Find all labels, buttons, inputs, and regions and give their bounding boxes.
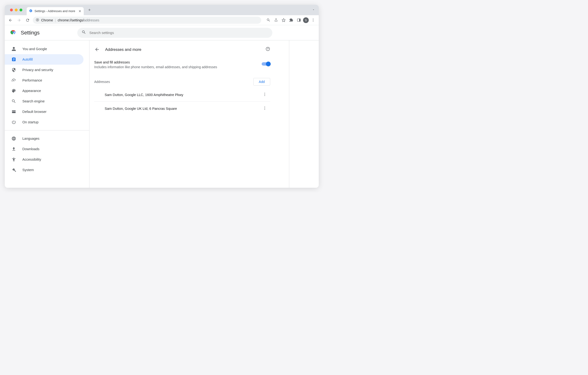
sidebar-item-default-browser[interactable]: Default browser [5, 106, 84, 117]
gear-icon [29, 9, 32, 13]
site-info-icon[interactable] [36, 18, 39, 22]
forward-button[interactable] [16, 17, 22, 23]
svg-point-16 [264, 109, 265, 110]
setting-title: Save and fill addresses [94, 60, 262, 64]
tab-strip: Settings - Addresses and more ✕ + [5, 5, 319, 15]
sidebar-item-autofill[interactable]: Autofill [5, 54, 84, 65]
browser-icon [11, 109, 16, 114]
sidebar-item-label: Accessibility [22, 158, 41, 161]
browser-tab[interactable]: Settings - Addresses and more ✕ [27, 7, 84, 15]
sidebar-item-search-engine[interactable]: Search engine [5, 96, 84, 106]
svg-point-12 [264, 94, 265, 95]
speedometer-icon [11, 78, 16, 83]
more-options-icon[interactable] [261, 92, 268, 97]
more-options-icon[interactable] [261, 106, 268, 111]
sidebar-item-languages[interactable]: Languages [5, 133, 84, 144]
browser-toolbar: Chrome | chrome://settings/addresses [5, 15, 319, 25]
sidebar-divider [5, 130, 89, 131]
new-tab-button[interactable]: + [86, 7, 93, 13]
chrome-logo-icon [10, 29, 16, 36]
palette-icon [11, 88, 16, 93]
close-window-button[interactable] [10, 9, 13, 11]
svg-point-10 [13, 32, 14, 33]
sidebar-item-system[interactable]: System [5, 165, 84, 175]
right-gutter [289, 41, 319, 188]
add-address-button[interactable]: Add [253, 78, 270, 86]
sidebar-item-label: Autofill [22, 58, 33, 61]
sidebar-item-label: On startup [22, 120, 39, 124]
settings-sidebar: You and Google Autofill Privacy and secu… [5, 41, 89, 188]
close-tab-icon[interactable]: ✕ [78, 9, 81, 13]
settings-main: Addresses and more Save and fill address… [89, 41, 289, 188]
svg-point-4 [313, 19, 314, 19]
page-heading-row: Addresses and more [89, 45, 275, 57]
sidebar-item-label: Performance [22, 78, 42, 82]
sidebar-item-label: Downloads [22, 147, 40, 151]
help-icon[interactable] [265, 47, 270, 52]
sidebar-item-label: Languages [22, 137, 40, 141]
sidebar-item-accessibility[interactable]: Accessibility [5, 154, 84, 165]
profile-avatar[interactable]: S [303, 17, 309, 23]
sidebar-item-privacy[interactable]: Privacy and security [5, 65, 84, 75]
settings-header: Settings [5, 25, 319, 41]
toolbar-actions: S [265, 17, 316, 23]
settings-search[interactable] [77, 28, 272, 38]
address-bar[interactable]: Chrome | chrome://settings/addresses [33, 17, 261, 24]
share-icon[interactable] [273, 17, 279, 23]
svg-rect-3 [299, 19, 300, 21]
person-icon [11, 47, 16, 51]
svg-point-6 [313, 21, 314, 22]
sidebar-item-performance[interactable]: Performance [5, 75, 84, 86]
save-fill-toggle[interactable] [262, 62, 270, 66]
back-arrow-icon[interactable] [94, 47, 100, 52]
bookmark-icon[interactable] [280, 17, 287, 23]
browser-menu-icon[interactable] [310, 17, 316, 23]
sidepanel-icon[interactable] [295, 17, 302, 23]
svg-point-5 [313, 20, 314, 20]
address-text: Sam Dutton, Google UK Ltd, 6 Pancras Squ… [105, 107, 261, 111]
app-title: Settings [21, 30, 40, 36]
sidebar-item-you-and-google[interactable]: You and Google [5, 44, 84, 54]
wrench-icon [11, 168, 16, 172]
back-button[interactable] [7, 17, 14, 23]
settings-search-input[interactable] [89, 31, 268, 35]
sidebar-item-label: Privacy and security [22, 68, 53, 72]
svg-point-13 [264, 95, 265, 96]
extensions-icon[interactable] [288, 17, 294, 23]
page-title: Addresses and more [105, 47, 260, 52]
sidebar-item-downloads[interactable]: Downloads [5, 144, 84, 154]
accessibility-icon [11, 157, 16, 162]
sidebar-item-label: Default browser [22, 110, 47, 114]
tab-title: Settings - Addresses and more [34, 10, 75, 13]
search-icon [82, 30, 86, 35]
minimize-window-button[interactable] [15, 9, 18, 11]
shield-icon [11, 68, 16, 72]
sidebar-item-on-startup[interactable]: On startup [5, 117, 84, 127]
url-text: chrome://settings/addresses [58, 18, 99, 22]
window-controls [8, 9, 25, 11]
svg-point-14 [264, 106, 265, 107]
addresses-section-header: Addresses Add [89, 72, 275, 87]
svg-point-11 [264, 93, 265, 93]
url-label: Chrome [41, 18, 53, 22]
address-text: Sam Dutton, Google LLC, 1600 Amphitheatr… [105, 93, 261, 97]
save-fill-addresses-row: Save and fill addresses Includes informa… [89, 57, 275, 72]
reload-button[interactable] [24, 17, 31, 23]
tabs-dropdown-icon[interactable] [312, 8, 315, 12]
address-list: Sam Dutton, Google LLC, 1600 Amphitheatr… [89, 87, 275, 117]
globe-icon [11, 136, 16, 141]
sidebar-item-appearance[interactable]: Appearance [5, 86, 84, 96]
sidebar-item-label: You and Google [22, 47, 47, 51]
zoom-icon[interactable] [265, 17, 272, 23]
power-icon [11, 120, 16, 124]
browser-window: Settings - Addresses and more ✕ + Chrome… [5, 5, 319, 188]
clipboard-icon [11, 57, 16, 62]
section-title: Addresses [94, 80, 253, 84]
sidebar-item-label: Appearance [22, 89, 41, 93]
content-area: You and Google Autofill Privacy and secu… [5, 41, 319, 188]
address-row[interactable]: Sam Dutton, Google LLC, 1600 Amphitheatr… [94, 88, 270, 102]
address-row[interactable]: Sam Dutton, Google UK Ltd, 6 Pancras Squ… [94, 102, 270, 115]
maximize-window-button[interactable] [20, 9, 22, 11]
svg-point-1 [37, 19, 38, 20]
sidebar-item-label: Search engine [22, 99, 45, 103]
